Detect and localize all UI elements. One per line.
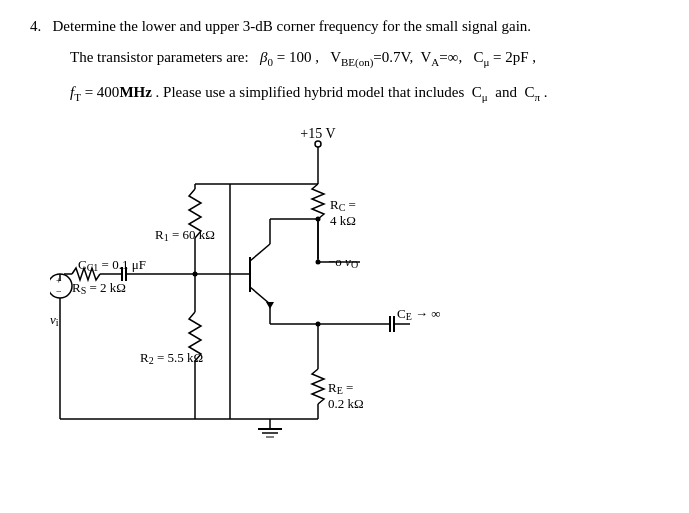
- svg-line-30: [250, 244, 270, 261]
- ce-label: CE → ∞: [397, 306, 441, 322]
- the-label: The: [70, 49, 93, 65]
- question-text: Determine the lower and upper 3-dB corne…: [53, 18, 532, 34]
- r1-label: R1 = 60 kΩ: [155, 227, 215, 243]
- page: 4. Determine the lower and upper 3-dB co…: [0, 0, 689, 513]
- r2-label: R2 = 5.5 kΩ: [140, 350, 203, 366]
- svg-line-31: [250, 287, 270, 304]
- vcc-label: +15 V: [300, 126, 335, 141]
- ft-line: fT = 400MHz . Please use a simplified hy…: [70, 80, 659, 107]
- rc-label: RC =: [330, 197, 356, 213]
- question-header: 4. Determine the lower and upper 3-dB co…: [30, 18, 659, 35]
- re-value: 0.2 kΩ: [328, 396, 364, 411]
- rc-value: 4 kΩ: [330, 213, 356, 228]
- and-text: and: [495, 84, 517, 100]
- plus-sign: +: [56, 275, 62, 286]
- circuit-diagram: +15 V RC = 4 kΩ −o vO R: [50, 124, 670, 454]
- cc1-label: CC1 = 0.1 μF: [78, 257, 146, 273]
- vi-label: vi: [50, 312, 59, 328]
- re-label: RE =: [328, 380, 353, 396]
- svg-marker-35: [266, 302, 274, 309]
- rs-label: RS = 2 kΩ: [72, 280, 126, 296]
- minus-sign: −: [56, 286, 62, 297]
- params-line: The transistor parameters are: β0 = 100 …: [70, 45, 659, 72]
- circuit-svg: +15 V RC = 4 kΩ −o vO R: [50, 124, 670, 454]
- question-number: 4.: [30, 18, 49, 34]
- svg-point-47: [316, 217, 321, 222]
- svg-point-0: [315, 141, 321, 147]
